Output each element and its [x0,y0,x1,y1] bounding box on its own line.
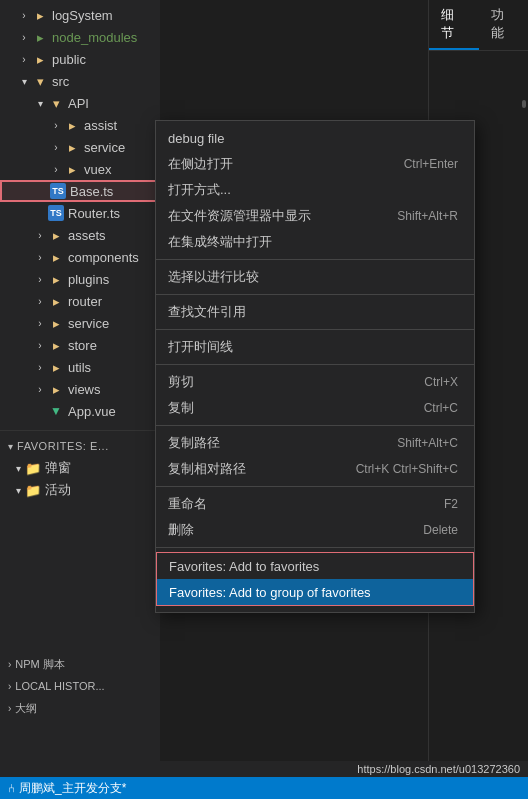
tree-arrow-public [16,51,32,67]
folder-icon-service-api: ▸ [64,139,80,155]
tree-arrow-assets [32,227,48,243]
tree-label-service: service [68,316,109,331]
tree-item-assets[interactable]: ▸ assets [0,224,160,246]
menu-item-show-explorer[interactable]: 在文件资源管理器中显示 Shift+Alt+R [156,203,474,229]
tree-item-utils[interactable]: ▸ utils [0,356,160,378]
folder-icon-fav-activity: 📁 [25,483,41,498]
menu-label-open-terminal: 在集成终端中打开 [168,233,272,251]
outline-section[interactable]: › 大纲 [0,697,160,719]
fav-label-window: 弹窗 [45,459,71,477]
tree-item-API[interactable]: ▾ API [0,92,160,114]
tree-arrow-logSystem [16,7,32,23]
url-hint-bar: https://blog.csdn.net/u013272360 [0,761,528,777]
fav-arrow-window: ▾ [16,463,21,474]
menu-item-copy-path[interactable]: 复制路径 Shift+Alt+C [156,430,474,456]
fav-item-window[interactable]: ▾ 📁 弹窗 [0,457,160,479]
menu-shortcut-copy-path: Shift+Alt+C [397,436,458,450]
tree-label-store: store [68,338,97,353]
menu-item-open-terminal[interactable]: 在集成终端中打开 [156,229,474,255]
menu-item-fav-add[interactable]: Favorites: Add to favorites [157,553,473,579]
npm-section[interactable]: › NPM 脚本 [0,653,160,675]
tree-item-node_modules[interactable]: ▸ node_modules [0,26,160,48]
tree-item-assist[interactable]: ▸ assist [0,114,160,136]
favorites-section-header[interactable]: ▾ FAVORITES: E... [0,435,160,457]
menu-item-cut[interactable]: 剪切 Ctrl+X [156,369,474,395]
tree-label-Base.ts: Base.ts [70,184,113,199]
folder-icon-fav-window: 📁 [25,461,41,476]
tree-label-components: components [68,250,139,265]
tree-item-router[interactable]: ▸ router [0,290,160,312]
tree-arrow-components [32,249,48,265]
status-left: ⑃ 周鹏斌_主开发分支* [8,780,126,797]
tree-arrow-service [32,315,48,331]
folder-icon-router: ▸ [48,293,64,309]
url-hint-text: https://blog.csdn.net/u013272360 [357,763,520,775]
menu-separator-4 [156,364,474,365]
tree-item-store[interactable]: ▸ store [0,334,160,356]
menu-shortcut-cut: Ctrl+X [424,375,458,389]
tree-label-API: API [68,96,89,111]
folder-icon-utils: ▸ [48,359,64,375]
menu-item-copy-rel-path[interactable]: 复制相对路径 Ctrl+K Ctrl+Shift+C [156,456,474,482]
fav-label-activity: 活动 [45,481,71,499]
tree-arrow-API [32,95,48,111]
tree-label-service-api: service [84,140,125,155]
tree-item-views[interactable]: ▸ views [0,378,160,400]
tree-item-vuex[interactable]: ▸ vuex [0,158,160,180]
menu-item-open-side[interactable]: 在侧边打开 Ctrl+Enter [156,151,474,177]
menu-item-rename[interactable]: 重命名 F2 [156,491,474,517]
fav-item-activity[interactable]: ▾ 📁 活动 [0,479,160,501]
folder-icon-views: ▸ [48,381,64,397]
menu-label-fav-add: Favorites: Add to favorites [169,559,319,574]
folder-icon-assist: ▸ [64,117,80,133]
folder-icon-public: ▸ [32,51,48,67]
menu-item-debug-file[interactable]: debug file [156,125,474,151]
tree-arrow-plugins [32,271,48,287]
folder-icon-node_modules: ▸ [32,29,48,45]
menu-item-copy[interactable]: 复制 Ctrl+C [156,395,474,421]
tree-item-src[interactable]: ▾ src [0,70,160,92]
folder-icon-vuex: ▸ [64,161,80,177]
tree-arrow-src [16,73,32,89]
menu-item-delete[interactable]: 删除 Delete [156,517,474,543]
menu-label-debug-file: debug file [168,131,224,146]
menu-item-timeline[interactable]: 打开时间线 [156,334,474,360]
menu-separator-3 [156,329,474,330]
tab-func[interactable]: 功能 [479,0,529,50]
tree-item-App.vue[interactable]: ▼ App.vue [0,400,160,422]
context-menu: debug file 在侧边打开 Ctrl+Enter 打开方式... 在文件资… [155,120,475,613]
outline-label: 大纲 [15,701,37,716]
menu-label-copy: 复制 [168,399,194,417]
tree-item-Base.ts[interactable]: TS Base.ts [0,180,160,202]
tree-item-plugins[interactable]: ▸ plugins [0,268,160,290]
tree-item-public[interactable]: ▸ public [0,48,160,70]
folder-icon-assets: ▸ [48,227,64,243]
tree-label-utils: utils [68,360,91,375]
tree-item-service[interactable]: ▸ service [0,312,160,334]
git-branch-label[interactable]: 周鹏斌_主开发分支* [19,780,126,797]
menu-item-fav-add-group[interactable]: Favorites: Add to group of favorites [157,579,473,605]
git-branch-icon: ⑃ [8,781,15,795]
vue-icon-App: ▼ [48,403,64,419]
fav-arrow-activity: ▾ [16,485,21,496]
local-history-section[interactable]: › LOCAL HISTOR... [0,675,160,697]
outline-arrow: › [8,703,11,714]
tree-item-components[interactable]: ▸ components [0,246,160,268]
menu-item-compare[interactable]: 选择以进行比较 [156,264,474,290]
local-history-arrow: › [8,681,11,692]
scrollbar-thumb[interactable] [522,100,526,108]
menu-item-open-as[interactable]: 打开方式... [156,177,474,203]
menu-separator-7 [156,547,474,548]
menu-shortcut-open-side: Ctrl+Enter [404,157,458,171]
tree-item-logSystem[interactable]: ▸ logSystem [0,4,160,26]
menu-label-cut: 剪切 [168,373,194,391]
favorites-arrow: ▾ [8,441,13,452]
folder-icon-store: ▸ [48,337,64,353]
tree-arrow-node_modules [16,29,32,45]
menu-item-find-refs[interactable]: 查找文件引用 [156,299,474,325]
local-history-label: LOCAL HISTOR... [15,680,104,692]
favorites-label: FAVORITES: E... [17,440,109,452]
tree-item-service-api[interactable]: ▸ service [0,136,160,158]
tree-item-Router.ts[interactable]: TS Router.ts [0,202,160,224]
tab-detail[interactable]: 细节 [429,0,479,50]
